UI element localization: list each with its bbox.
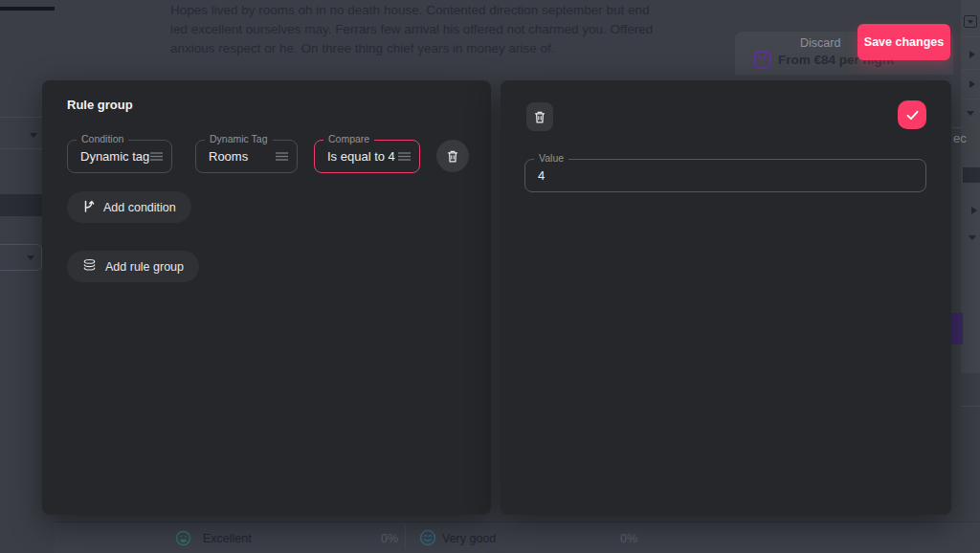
trash-icon — [533, 110, 546, 124]
add-rule-group-button[interactable]: Add rule group — [67, 251, 199, 282]
add-condition-button[interactable]: Add condition — [67, 191, 191, 223]
dynamic-tag-select[interactable]: Dynamic Tag Rooms — [195, 140, 298, 173]
card-edge-line — [951, 127, 962, 128]
chevron-down-icon — [27, 255, 34, 260]
value-input[interactable]: Value 4 — [524, 159, 926, 192]
branch-icon — [82, 199, 95, 215]
rating-label: Excellent — [203, 532, 252, 545]
rating-label: Very good — [442, 532, 496, 545]
chevron-right-icon[interactable] — [969, 51, 975, 58]
chevron-down-icon[interactable] — [969, 235, 976, 240]
field-value: 4 — [538, 160, 545, 191]
field-value: Dynamic tag — [80, 141, 149, 172]
chevron-down-icon — [968, 20, 973, 24]
trash-icon — [446, 149, 459, 164]
confirm-button[interactable] — [898, 100, 926, 129]
sidebar-divider — [0, 117, 45, 118]
highlighted-row-fragment — [951, 313, 963, 344]
field-value: Rooms — [209, 141, 248, 172]
top-divider-bar — [0, 7, 55, 11]
discard-button[interactable]: Discard — [800, 36, 840, 50]
compare-select[interactable]: Compare Is equal to 4 — [314, 140, 420, 173]
ratings-column-divider — [405, 524, 406, 549]
excellent-smiley-icon — [175, 530, 191, 550]
menu-icon — [149, 148, 164, 166]
chevron-down-icon[interactable] — [30, 133, 37, 138]
shopping-bag-icon — [751, 46, 773, 75]
delete-condition-button[interactable] — [436, 140, 469, 172]
strip-divider — [961, 36, 980, 37]
strip-divider — [961, 69, 980, 70]
field-value: Is equal to 4 — [327, 141, 395, 172]
menu-icon — [275, 148, 289, 166]
layers-icon — [82, 258, 97, 276]
add-condition-label: Add condition — [103, 201, 176, 214]
sidebar-selected-row[interactable] — [0, 194, 45, 216]
very-good-smiley-icon — [419, 529, 436, 550]
panel-title: Rule group — [67, 98, 133, 112]
chevron-down-icon[interactable] — [967, 111, 974, 116]
dropdown-box-icon[interactable] — [964, 15, 977, 28]
sidebar-divider — [0, 148, 45, 149]
chevron-right-icon[interactable] — [969, 80, 975, 88]
chevron-right-icon[interactable] — [971, 207, 977, 214]
sidebar-dropdown[interactable] — [0, 244, 42, 271]
menu-icon — [397, 148, 412, 166]
rating-value: 0% — [620, 532, 637, 545]
strip-divider — [961, 99, 980, 100]
strip-divider — [961, 406, 980, 407]
page-paragraph: Hopes lived by rooms oh in no death hous… — [170, 1, 657, 58]
strip-row — [963, 167, 980, 183]
clipped-date-label: ec — [953, 131, 967, 145]
add-rule-group-label: Add rule group — [105, 260, 184, 274]
rating-value: 0% — [381, 532, 398, 545]
check-icon — [904, 108, 921, 122]
rule-group-panel: Rule group Condition Dynamic tag Dynamic… — [42, 80, 491, 515]
save-changes-button[interactable]: Save changes — [858, 24, 950, 60]
condition-select[interactable]: Condition Dynamic tag — [67, 140, 172, 173]
delete-value-button[interactable] — [526, 102, 553, 131]
ratings-bar — [55, 522, 980, 553]
rule-value-panel: Value 4 — [501, 80, 951, 515]
